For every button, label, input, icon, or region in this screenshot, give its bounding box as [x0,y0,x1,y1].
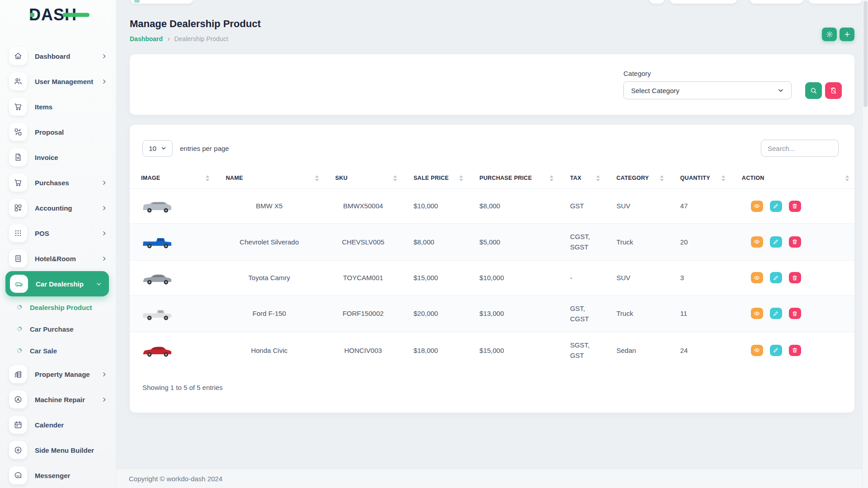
sort-icon[interactable] [459,175,463,181]
edit-button[interactable] [770,236,782,248]
sort-icon[interactable] [206,175,209,181]
sidebar-item-property-manage[interactable]: Property Manage [0,361,116,387]
breadcrumb-dashboard-link[interactable]: Dashboard [130,35,163,42]
table-row: Ford F-150 FORF150002 $20,000 $13,000 GS… [130,295,854,332]
clear-filter-icon [830,87,837,94]
pos-icon [9,224,27,242]
column-header-category[interactable]: CATEGORY [605,170,669,189]
sidebar-item-proposal[interactable]: Proposal [0,119,116,145]
category-label: Category [623,70,792,77]
image-cell [130,189,215,224]
action-cell [731,260,854,295]
delete-button[interactable] [789,236,801,248]
sort-icon[interactable] [722,175,725,181]
bullet-icon [17,305,22,310]
column-header-name[interactable]: NAME [215,170,324,189]
sidebar-item-dashboard[interactable]: Dashboard [0,43,116,69]
sidebar-item-pos[interactable]: POS [0,221,116,246]
page-header: Manage Dealership Product Dashboard › De… [130,0,854,42]
quantity-cell: 47 [669,189,731,224]
sidebar-item-calender[interactable]: Calender [0,412,116,437]
view-button[interactable] [751,308,763,319]
purchase-price-cell: $10,000 [468,260,559,295]
tax-cell: - [559,260,605,295]
edit-button[interactable] [770,308,782,319]
table-search-input[interactable] [761,140,839,157]
product-table: IMAGENAMESKUSALE PRICEPURCHASE PRICETAXC… [130,170,854,369]
category-select[interactable]: Select Category [623,81,792,99]
quantity-cell: 24 [669,332,731,369]
view-button[interactable] [751,236,763,248]
sidebar-subitem-dealership-product[interactable]: Dealership Product [0,296,116,318]
pencil-icon [773,347,779,353]
view-button[interactable] [751,272,763,283]
scrollbar-thumb[interactable] [863,1,868,107]
car-image [141,268,174,287]
eye-icon [754,347,760,353]
filter-buttons [805,82,842,99]
sidebar-item-messenger[interactable]: Messenger [0,463,116,488]
car-image [141,341,174,360]
filter-reset-button[interactable] [825,82,842,99]
sidebar-menu: Dashboard User Management Items Proposal… [0,30,116,488]
filter-search-button[interactable] [805,82,822,99]
sale-price-cell: $15,000 [402,260,468,295]
view-button[interactable] [751,201,763,212]
sidebar-item-label: User Management [35,78,93,85]
action-cell [731,332,854,369]
column-header-tax[interactable]: TAX [559,170,605,189]
settings-button[interactable] [822,28,837,41]
sidebar-item-hotel-room[interactable]: Hotel&Room [0,246,116,271]
delete-button[interactable] [789,308,801,319]
sidebar-item-side-menu-builder[interactable]: Side Menu Builder [0,437,116,463]
sort-icon[interactable] [660,175,664,181]
column-header-sale-price[interactable]: SALE PRICE [402,170,468,189]
table-controls: 10 entries per page [130,140,854,157]
sidebar-item-invoice[interactable]: Invoice [0,145,116,170]
delete-button[interactable] [789,201,801,212]
breadcrumb: Dashboard › Dealership Product [130,35,854,42]
sidebar-subitem-car-sale[interactable]: Car Sale [0,340,116,361]
view-button[interactable] [751,345,763,356]
add-product-button[interactable] [840,28,854,41]
sort-icon[interactable] [845,175,849,181]
sort-icon[interactable] [596,175,600,181]
delete-button[interactable] [789,272,801,283]
entries-per-page-value: 10 [149,145,156,152]
delete-button[interactable] [789,345,801,356]
sidebar-item-purchases[interactable]: Purchases [0,170,116,195]
edit-button[interactable] [770,272,782,283]
table-summary: Showing 1 to 5 of 5 entries [130,384,854,391]
scrollbar-track [862,0,868,488]
column-header-quantity[interactable]: QUANTITY [669,170,731,189]
sort-icon[interactable] [393,175,397,181]
name-cell: Ford F-150 [215,295,324,332]
messenger-icon [9,466,27,484]
invoice-icon [9,148,27,166]
trash-icon [792,310,798,317]
edit-button[interactable] [770,345,782,356]
entries-per-page-select[interactable]: 10 [142,140,173,157]
column-header-image[interactable]: IMAGE [130,170,215,189]
sale-price-cell: $8,000 [402,224,468,261]
sort-icon[interactable] [315,175,319,181]
logo-accent-dot [30,13,34,17]
sidebar-item-user-management[interactable]: User Management [0,69,116,94]
sidebar-subitem-car-purchase[interactable]: Car Purchase [0,318,116,340]
sidebar-item-accounting[interactable]: Accounting [0,195,116,221]
name-cell: Toyota Camry [215,260,324,295]
sidebar-item-items[interactable]: Items [0,94,116,119]
sidebar: DASH Dashboard User Management Items Pro… [0,0,116,488]
gear-icon [826,31,833,38]
chevron-down-icon [161,145,166,151]
sidebar-item-machine-repair[interactable]: Machine Repair [0,387,116,412]
column-header-action[interactable]: ACTION [731,170,854,189]
copyright-text: Copyright © workdo-dash 2024 [129,475,222,483]
sidebar-item-car-dealership[interactable]: Car Dealership [5,271,109,296]
column-header-purchase-price[interactable]: PURCHASE PRICE [468,170,559,189]
column-header-sku[interactable]: SKU [324,170,402,189]
edit-button[interactable] [770,201,782,212]
chevron-right-icon [101,79,107,84]
sort-icon[interactable] [550,175,553,181]
app-logo[interactable]: DASH [0,0,116,30]
